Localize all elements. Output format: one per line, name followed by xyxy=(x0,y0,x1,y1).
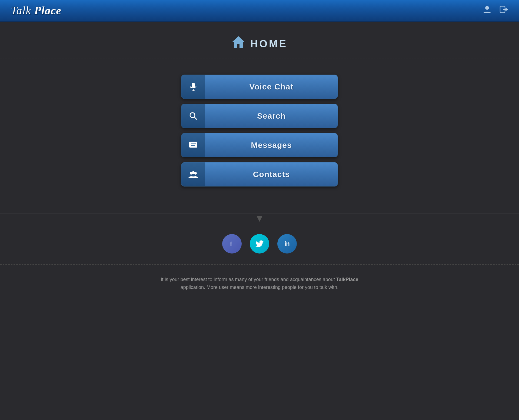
messages-icon xyxy=(181,133,205,157)
mid-divider xyxy=(0,214,519,214)
search-button[interactable]: Search xyxy=(181,104,338,128)
linkedin-label: in xyxy=(284,240,290,247)
search-icon xyxy=(181,104,205,128)
contacts-icon xyxy=(181,162,205,186)
messages-label: Messages xyxy=(205,133,338,157)
footer-text-normal: It is your best interest to inform as ma… xyxy=(161,277,336,282)
home-title-area: HOME xyxy=(231,35,288,52)
svg-text:f: f xyxy=(230,241,232,247)
mid-divider-section: ▼ xyxy=(0,214,519,223)
voice-chat-button[interactable]: Voice Chat xyxy=(181,75,338,99)
user-icon[interactable] xyxy=(483,5,491,16)
home-section: HOME Voice Chat Search xyxy=(0,22,519,197)
svg-marker-3 xyxy=(232,36,245,48)
top-divider xyxy=(0,58,519,58)
logo-talk: Talk xyxy=(11,4,34,17)
logout-icon[interactable] xyxy=(500,5,508,16)
microphone-icon xyxy=(181,75,205,99)
menu-section: Voice Chat Search Messages xyxy=(0,75,519,186)
app-header: Talk Place xyxy=(0,0,519,22)
linkedin-button[interactable]: in xyxy=(277,234,297,254)
footer-text: It is your best interest to inform as ma… xyxy=(151,276,368,291)
svg-line-8 xyxy=(194,117,197,120)
social-section: f in xyxy=(0,223,519,264)
svg-rect-4 xyxy=(192,83,195,88)
contacts-label: Contacts xyxy=(205,162,338,186)
footer-brand: TalkPlace xyxy=(336,277,358,282)
home-label: HOME xyxy=(250,38,288,50)
facebook-button[interactable]: f xyxy=(222,234,242,254)
svg-point-7 xyxy=(190,113,195,118)
messages-button[interactable]: Messages xyxy=(181,133,338,157)
home-icon xyxy=(231,35,245,52)
svg-rect-9 xyxy=(189,142,197,148)
svg-point-14 xyxy=(192,171,195,174)
footer: It is your best interest to inform as ma… xyxy=(0,265,519,420)
twitter-button[interactable] xyxy=(250,234,269,254)
app-logo[interactable]: Talk Place xyxy=(11,4,61,17)
arrow-down-icon: ▼ xyxy=(255,214,264,223)
search-label: Search xyxy=(205,104,338,128)
header-actions xyxy=(483,5,508,16)
logo-place: Place xyxy=(34,4,61,17)
contacts-button[interactable]: Contacts xyxy=(181,162,338,186)
footer-text-end: application. More user means more intere… xyxy=(181,285,338,290)
voice-chat-label: Voice Chat xyxy=(205,75,338,99)
svg-point-0 xyxy=(485,6,489,10)
